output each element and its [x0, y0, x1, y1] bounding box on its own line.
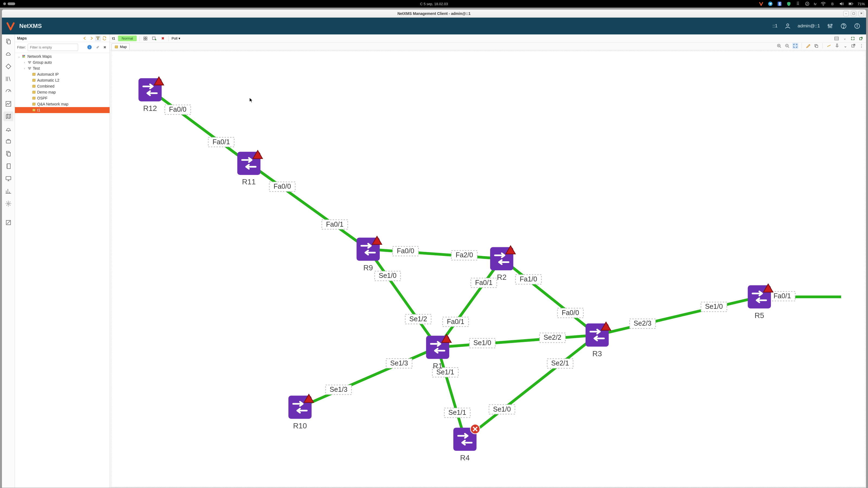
tab-map[interactable]: Map	[112, 43, 130, 50]
svg-rect-35	[144, 37, 145, 38]
svg-rect-45	[816, 45, 818, 47]
sync-tray-icon[interactable]	[805, 1, 810, 6]
dropbox-tray-icon[interactable]: ⠿	[796, 1, 801, 6]
perspective-library-icon[interactable]	[3, 74, 13, 84]
perspective-edit-icon[interactable]	[3, 218, 13, 227]
topology-node[interactable]: R9	[357, 236, 382, 272]
svg-point-14	[857, 25, 858, 25]
perspective-graphs-icon[interactable]	[3, 99, 13, 109]
map-tab-icon	[115, 45, 118, 49]
detach-view-icon[interactable]	[858, 35, 864, 41]
tree-item[interactable]: Automatic L2	[15, 77, 110, 83]
toolbar-caret-icon[interactable]: ⌄	[842, 43, 848, 49]
layout-add-icon[interactable]	[151, 35, 157, 41]
svg-text:R3: R3	[592, 350, 602, 358]
tree-item[interactable]: ›Group auto	[15, 59, 110, 65]
shield-tray-icon[interactable]	[786, 1, 791, 6]
view-menu-caret-icon[interactable]: ⌄	[842, 35, 848, 41]
window-maximize-button[interactable]: ▢	[851, 11, 856, 16]
maps-tree[interactable]: ⌄Network Maps›Group auto›TestAutomacit I…	[15, 53, 110, 488]
toolbar-more-icon[interactable]: ⋮	[859, 43, 865, 49]
zoom-out-icon[interactable]	[784, 43, 790, 49]
tree-item[interactable]: OSPF	[15, 95, 110, 101]
svg-point-8	[828, 25, 829, 26]
nav-back-icon[interactable]	[82, 35, 88, 41]
topology-node[interactable]: R12	[138, 77, 164, 112]
topology-node[interactable]: R5	[748, 284, 773, 320]
filter-input[interactable]	[28, 44, 78, 51]
bluetooth-tray-icon[interactable]	[777, 1, 782, 6]
svg-text:R4: R4	[460, 454, 469, 462]
view-table-icon[interactable]	[834, 35, 839, 41]
tree-item[interactable]: Demo map	[15, 89, 110, 95]
help-icon[interactable]	[840, 23, 847, 30]
zoom-in-icon[interactable]	[776, 43, 782, 49]
layout-grid-icon[interactable]	[143, 35, 148, 41]
window-titlebar[interactable]: NetXMS Management Client - admin@::1 – ▢…	[2, 9, 866, 18]
svg-text:Fa1/0: Fa1/0	[520, 275, 537, 283]
topology-node[interactable]: R2	[490, 246, 516, 282]
battery-tray-icon[interactable]	[848, 1, 854, 6]
topology-node[interactable]: R4	[453, 424, 480, 462]
sync-tree-icon[interactable]	[101, 35, 107, 41]
topology-node[interactable]: R10	[288, 394, 314, 430]
link-style-icon[interactable]	[826, 43, 832, 49]
perspective-dashboard-icon[interactable]	[3, 87, 13, 96]
poll-menu-button[interactable]: Poll ▾	[172, 36, 180, 40]
svg-text:Se1/3: Se1/3	[330, 386, 347, 393]
tree-item[interactable]: Combined	[15, 83, 110, 89]
filter-toggle-icon[interactable]	[95, 35, 101, 41]
perspective-objects-icon[interactable]	[3, 37, 13, 46]
perspective-alarms-icon[interactable]	[3, 124, 13, 134]
filter-clear-highlight-icon[interactable]: ✐	[95, 45, 100, 50]
perspective-config-icon[interactable]	[3, 199, 13, 208]
svg-rect-40	[835, 37, 838, 40]
map-canvas[interactable]: Fa0/0Fa0/1Fa0/0Fa0/1Fa0/0Fa2/0Se1/0Se1/2…	[111, 51, 866, 487]
perspective-business-icon[interactable]	[3, 136, 13, 146]
svg-rect-37	[144, 39, 145, 40]
info-icon[interactable]	[854, 23, 861, 30]
perspective-monitor-icon[interactable]	[3, 174, 13, 184]
filter-clear-icon[interactable]: ✖	[102, 45, 107, 50]
perspective-analytics-icon[interactable]	[3, 186, 13, 196]
app-window: NetXMS Management Client - admin@::1 – ▢…	[2, 9, 866, 488]
svg-text:Se1/2: Se1/2	[409, 315, 427, 323]
volume-tray-icon[interactable]	[839, 1, 844, 6]
topology-node[interactable]: R1	[426, 334, 452, 370]
topology-node[interactable]: R3	[586, 322, 611, 358]
tree-item[interactable]: ›Test	[15, 65, 110, 71]
perspective-reports-icon[interactable]	[3, 149, 13, 159]
svg-text:Se1/0: Se1/0	[473, 339, 491, 347]
zoom-fit-icon[interactable]	[792, 43, 798, 49]
tree-root[interactable]: ⌄Network Maps	[15, 54, 110, 59]
tree-item[interactable]: Q&A Network map	[15, 101, 110, 107]
app-logo-icon	[6, 21, 16, 31]
edit-pencil-icon[interactable]	[805, 43, 811, 49]
filter-info-icon[interactable]: i	[87, 45, 92, 50]
svg-line-77	[437, 335, 597, 347]
delete-icon[interactable]: ✖	[160, 35, 166, 41]
expand-view-icon[interactable]	[850, 35, 856, 41]
app-indicator-netxms-icon[interactable]	[759, 1, 764, 6]
perspective-logs-icon[interactable]	[3, 161, 13, 171]
nav-forward-icon[interactable]	[88, 35, 94, 41]
topology-node[interactable]: R11	[237, 151, 262, 186]
svg-line-62	[368, 249, 437, 347]
perspective-tags-icon[interactable]	[3, 62, 13, 71]
perspective-cloud-icon[interactable]	[3, 49, 13, 59]
svg-text:Se1/0: Se1/0	[705, 302, 723, 310]
open-external-icon[interactable]	[850, 43, 856, 49]
settings-sliders-icon[interactable]	[827, 23, 834, 30]
perspective-maps-icon[interactable]	[3, 111, 13, 121]
pin-icon[interactable]	[834, 43, 840, 49]
wifi-tray-icon[interactable]	[821, 1, 826, 6]
window-close-button[interactable]: ✕	[859, 11, 864, 16]
copy-icon[interactable]	[813, 43, 819, 49]
bluetooth-status-icon[interactable]: B	[830, 1, 835, 6]
tree-item[interactable]: Automacit IP	[15, 71, 110, 77]
telegram-icon[interactable]	[768, 1, 773, 6]
tree-item[interactable]: t1	[15, 107, 110, 113]
window-minimize-button[interactable]: –	[843, 11, 849, 16]
keyboard-layout-indicator[interactable]: lv	[814, 2, 816, 6]
battery-percent: 71%	[858, 2, 865, 6]
